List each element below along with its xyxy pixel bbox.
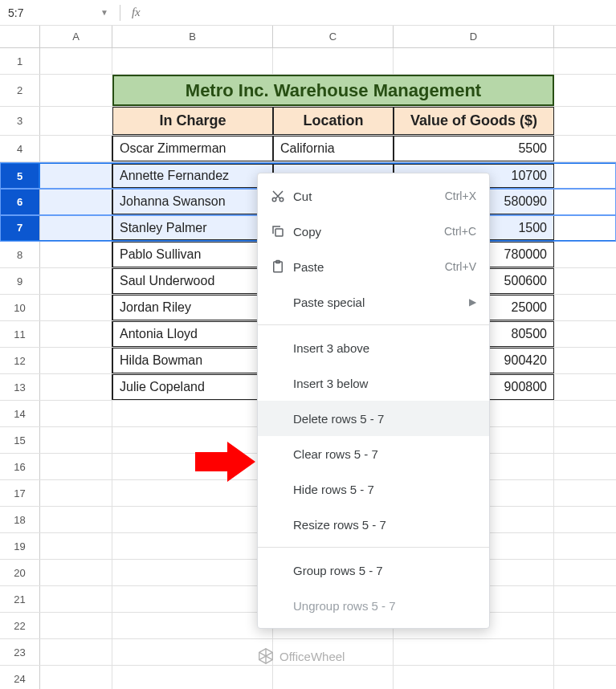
row-header-13[interactable]: 13 bbox=[0, 374, 40, 400]
cell-a18[interactable] bbox=[40, 507, 112, 532]
menu-delete-rows[interactable]: Delete rows 5 - 7 bbox=[258, 401, 489, 436]
cell-a4[interactable] bbox=[40, 136, 112, 161]
menu-delete-rows-label: Delete rows 5 - 7 bbox=[293, 412, 476, 426]
cell-a7[interactable] bbox=[40, 215, 112, 240]
cell-b21[interactable] bbox=[112, 586, 273, 612]
row-header-5[interactable]: 5 bbox=[0, 164, 40, 188]
cell-a23[interactable] bbox=[40, 639, 112, 665]
cell-a5[interactable] bbox=[39, 164, 112, 188]
cell-c4[interactable]: California bbox=[273, 136, 394, 161]
cell-a13[interactable] bbox=[40, 374, 112, 400]
cell-b4[interactable]: Oscar Zimmerman bbox=[112, 136, 273, 161]
cell-d1[interactable] bbox=[394, 48, 554, 74]
col-header-d[interactable]: D bbox=[394, 26, 554, 47]
menu-resize-rows[interactable]: Resize rows 5 - 7 bbox=[258, 507, 489, 542]
header-value-goods[interactable]: Value of Goods ($) bbox=[394, 107, 554, 135]
cell-b11[interactable]: Antonia Lloyd bbox=[112, 321, 273, 347]
header-location[interactable]: Location bbox=[273, 107, 394, 135]
cell-a6[interactable] bbox=[40, 189, 112, 214]
select-all-corner[interactable] bbox=[0, 26, 40, 47]
menu-group-rows[interactable]: Group rows 5 - 7 bbox=[258, 552, 489, 588]
row-header-17[interactable]: 17 bbox=[0, 480, 40, 506]
cell-a21[interactable] bbox=[40, 586, 112, 612]
cell-a3[interactable] bbox=[40, 107, 112, 135]
cell-d4[interactable]: 5500 bbox=[394, 136, 554, 161]
cell-a16[interactable] bbox=[40, 454, 112, 479]
row-header-2[interactable]: 2 bbox=[0, 75, 40, 106]
row-header-18[interactable]: 18 bbox=[0, 507, 40, 532]
cell-b7[interactable]: Stanley Palmer bbox=[112, 215, 273, 240]
menu-copy[interactable]: Copy Ctrl+C bbox=[258, 214, 489, 249]
cell-b9[interactable]: Saul Underwood bbox=[112, 268, 273, 294]
cell-a1[interactable] bbox=[40, 48, 112, 74]
row-header-14[interactable]: 14 bbox=[0, 401, 40, 426]
cell-a22[interactable] bbox=[40, 613, 112, 638]
row-header-21[interactable]: 21 bbox=[0, 586, 40, 612]
formula-input[interactable] bbox=[147, 0, 616, 25]
row-header-23[interactable]: 23 bbox=[0, 639, 40, 665]
name-box-dropdown-icon[interactable]: ▼ bbox=[100, 8, 115, 17]
cell-b1[interactable] bbox=[112, 48, 273, 74]
menu-clear-rows[interactable]: Clear rows 5 - 7 bbox=[258, 436, 489, 471]
cell-a11[interactable] bbox=[40, 321, 112, 347]
cell-a24[interactable] bbox=[40, 666, 112, 689]
row-header-16[interactable]: 16 bbox=[0, 454, 40, 479]
row-header-3[interactable]: 3 bbox=[0, 107, 40, 135]
cell-a20[interactable] bbox=[40, 560, 112, 585]
col-header-a[interactable]: A bbox=[40, 26, 112, 47]
cell-a12[interactable] bbox=[40, 348, 112, 373]
cell-d23[interactable] bbox=[394, 639, 554, 665]
header-in-charge[interactable]: In Charge bbox=[112, 107, 273, 135]
row-header-22[interactable]: 22 bbox=[0, 613, 40, 638]
cell-b14[interactable] bbox=[112, 401, 273, 426]
row-header-11[interactable]: 11 bbox=[0, 321, 40, 347]
cell-b23[interactable] bbox=[112, 639, 273, 665]
cell-b5[interactable]: Annette Fernandez bbox=[112, 164, 273, 188]
menu-ungroup-rows[interactable]: Ungroup rows 5 - 7 bbox=[258, 588, 489, 623]
row-header-24[interactable]: 24 bbox=[0, 666, 40, 689]
cell-a17[interactable] bbox=[40, 480, 112, 506]
row-header-9[interactable]: 9 bbox=[0, 268, 40, 294]
cell-b13[interactable]: Julie Copeland bbox=[112, 374, 273, 400]
name-box[interactable]: 5:7 bbox=[0, 0, 100, 25]
row-header-12[interactable]: 12 bbox=[0, 348, 40, 373]
menu-cut[interactable]: Cut Ctrl+X bbox=[258, 178, 489, 214]
svg-point-0 bbox=[272, 198, 276, 202]
menu-paste[interactable]: Paste Ctrl+V bbox=[258, 249, 489, 284]
menu-hide-rows[interactable]: Hide rows 5 - 7 bbox=[258, 471, 489, 507]
menu-insert-above[interactable]: Insert 3 above bbox=[258, 330, 489, 365]
menu-insert-below[interactable]: Insert 3 below bbox=[258, 365, 489, 401]
cell-b20[interactable] bbox=[112, 560, 273, 585]
cell-b10[interactable]: Jordan Riley bbox=[112, 295, 273, 320]
cell-c1[interactable] bbox=[273, 48, 394, 74]
row-header-4[interactable]: 4 bbox=[0, 136, 40, 161]
cell-a10[interactable] bbox=[40, 295, 112, 320]
cell-b12[interactable]: Hilda Bowman bbox=[112, 348, 273, 373]
row-header-20[interactable]: 20 bbox=[0, 560, 40, 585]
row-header-6[interactable]: 6 bbox=[0, 189, 40, 214]
cell-a9[interactable] bbox=[40, 268, 112, 294]
col-header-c[interactable]: C bbox=[273, 26, 394, 47]
title-cell[interactable]: Metro Inc. Warehouse Management bbox=[112, 75, 554, 106]
cell-b19[interactable] bbox=[112, 533, 273, 559]
cell-b6[interactable]: Johanna Swanson bbox=[112, 189, 273, 214]
cell-b18[interactable] bbox=[112, 507, 273, 532]
cell-a2[interactable] bbox=[40, 75, 112, 106]
cell-b8[interactable]: Pablo Sullivan bbox=[112, 242, 273, 267]
cell-a8[interactable] bbox=[40, 242, 112, 267]
row-header-8[interactable]: 8 bbox=[0, 242, 40, 267]
cell-c24[interactable] bbox=[273, 666, 394, 689]
cell-a19[interactable] bbox=[40, 533, 112, 559]
cell-b22[interactable] bbox=[112, 613, 273, 638]
cell-d24[interactable] bbox=[394, 666, 554, 689]
row-header-7[interactable]: 7 bbox=[0, 215, 40, 240]
row-header-19[interactable]: 19 bbox=[0, 533, 40, 559]
cell-b24[interactable] bbox=[112, 666, 273, 689]
cell-a14[interactable] bbox=[40, 401, 112, 426]
row-header-15[interactable]: 15 bbox=[0, 427, 40, 453]
row-header-10[interactable]: 10 bbox=[0, 295, 40, 320]
col-header-b[interactable]: B bbox=[112, 26, 273, 47]
menu-paste-special[interactable]: Paste special ▶ bbox=[258, 284, 489, 320]
row-header-1[interactable]: 1 bbox=[0, 48, 40, 74]
cell-a15[interactable] bbox=[40, 427, 112, 453]
